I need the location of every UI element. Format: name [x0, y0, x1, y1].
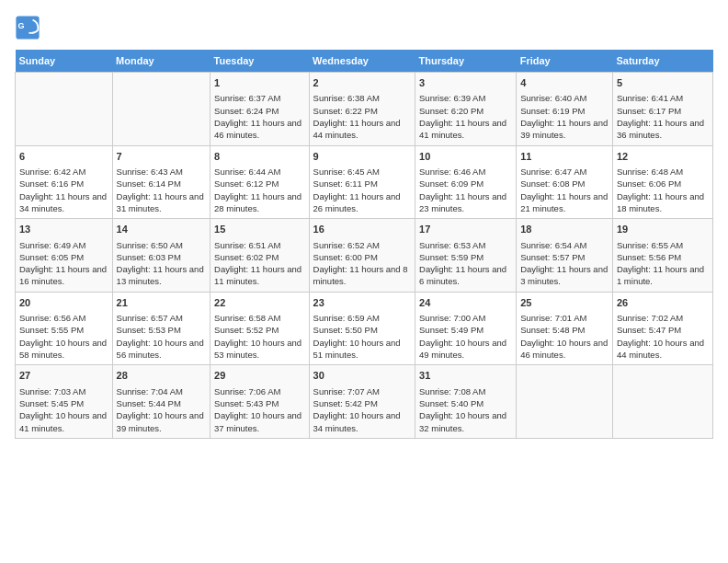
cell-info: Sunrise: 6:38 AM Sunset: 6:22 PM Dayligh… — [313, 92, 411, 141]
calendar-cell: 2Sunrise: 6:38 AM Sunset: 6:22 PM Daylig… — [309, 73, 415, 146]
calendar-cell: 20Sunrise: 6:56 AM Sunset: 5:55 PM Dayli… — [16, 292, 113, 365]
cell-info: Sunrise: 6:50 AM Sunset: 6:03 PM Dayligh… — [117, 239, 206, 288]
cell-info: Sunrise: 6:44 AM Sunset: 6:12 PM Dayligh… — [214, 166, 305, 214]
cell-info: Sunrise: 6:59 AM Sunset: 5:50 PM Dayligh… — [313, 312, 411, 361]
cell-info: Sunrise: 6:48 AM Sunset: 6:06 PM Dayligh… — [617, 166, 709, 214]
cell-info: Sunrise: 6:43 AM Sunset: 6:14 PM Dayligh… — [117, 166, 206, 214]
calendar-cell: 21Sunrise: 6:57 AM Sunset: 5:53 PM Dayli… — [112, 292, 210, 365]
day-number: 17 — [419, 223, 512, 236]
cell-info: Sunrise: 6:53 AM Sunset: 5:59 PM Dayligh… — [419, 239, 512, 288]
calendar-week-row: 27Sunrise: 7:03 AM Sunset: 5:45 PM Dayli… — [16, 365, 713, 439]
day-number: 20 — [19, 296, 108, 310]
calendar-cell: 1Sunrise: 6:37 AM Sunset: 6:24 PM Daylig… — [210, 73, 310, 146]
day-number: 19 — [617, 223, 709, 236]
day-number: 9 — [313, 150, 411, 164]
cell-info: Sunrise: 6:42 AM Sunset: 6:16 PM Dayligh… — [19, 166, 108, 214]
day-number: 22 — [214, 296, 305, 310]
column-header-saturday: Saturday — [612, 50, 712, 73]
cell-info: Sunrise: 6:45 AM Sunset: 6:11 PM Dayligh… — [313, 166, 411, 214]
calendar-cell: 4Sunrise: 6:40 AM Sunset: 6:19 PM Daylig… — [517, 73, 613, 146]
day-number: 11 — [520, 150, 609, 164]
calendar-cell — [112, 73, 210, 146]
calendar-cell: 26Sunrise: 7:02 AM Sunset: 5:47 PM Dayli… — [612, 292, 712, 365]
day-number: 5 — [617, 76, 709, 90]
day-number: 10 — [419, 150, 512, 164]
day-number: 8 — [214, 150, 305, 164]
cell-info: Sunrise: 7:00 AM Sunset: 5:49 PM Dayligh… — [419, 312, 512, 361]
cell-info: Sunrise: 6:40 AM Sunset: 6:19 PM Dayligh… — [520, 92, 609, 141]
column-header-friday: Friday — [517, 50, 613, 73]
cell-info: Sunrise: 6:55 AM Sunset: 5:56 PM Dayligh… — [617, 239, 709, 288]
calendar-cell: 29Sunrise: 7:06 AM Sunset: 5:43 PM Dayli… — [210, 365, 310, 439]
calendar-cell: 9Sunrise: 6:45 AM Sunset: 6:11 PM Daylig… — [309, 145, 415, 219]
day-number: 27 — [19, 369, 108, 383]
day-number: 2 — [313, 76, 411, 90]
cell-info: Sunrise: 7:07 AM Sunset: 5:42 PM Dayligh… — [313, 385, 411, 434]
calendar-cell: 8Sunrise: 6:44 AM Sunset: 6:12 PM Daylig… — [210, 145, 310, 219]
calendar-cell: 19Sunrise: 6:55 AM Sunset: 5:56 PM Dayli… — [612, 219, 712, 293]
calendar-cell: 15Sunrise: 6:51 AM Sunset: 6:02 PM Dayli… — [210, 219, 310, 293]
logo-icon: G — [15, 15, 40, 40]
calendar-cell: 17Sunrise: 6:53 AM Sunset: 5:59 PM Dayli… — [415, 219, 517, 293]
calendar-cell: 24Sunrise: 7:00 AM Sunset: 5:49 PM Dayli… — [415, 292, 517, 365]
day-number: 16 — [313, 223, 411, 236]
day-number: 21 — [117, 296, 206, 310]
day-number: 4 — [520, 76, 609, 90]
day-number: 7 — [117, 150, 206, 164]
calendar-cell: 31Sunrise: 7:08 AM Sunset: 5:40 PM Dayli… — [415, 365, 517, 439]
calendar-cell: 3Sunrise: 6:39 AM Sunset: 6:20 PM Daylig… — [415, 73, 517, 146]
calendar-week-row: 6Sunrise: 6:42 AM Sunset: 6:16 PM Daylig… — [16, 145, 713, 219]
calendar-cell: 30Sunrise: 7:07 AM Sunset: 5:42 PM Dayli… — [309, 365, 415, 439]
day-number: 25 — [520, 296, 609, 310]
day-number: 23 — [313, 296, 411, 310]
cell-info: Sunrise: 6:51 AM Sunset: 6:02 PM Dayligh… — [214, 239, 305, 288]
calendar-table: SundayMondayTuesdayWednesdayThursdayFrid… — [15, 50, 713, 439]
calendar-week-row: 13Sunrise: 6:49 AM Sunset: 6:05 PM Dayli… — [16, 219, 713, 293]
cell-info: Sunrise: 6:39 AM Sunset: 6:20 PM Dayligh… — [419, 92, 512, 141]
column-header-sunday: Sunday — [16, 50, 113, 73]
day-number: 3 — [419, 76, 512, 90]
day-number: 18 — [520, 223, 609, 236]
svg-text:G: G — [18, 21, 25, 30]
day-number: 14 — [117, 223, 206, 236]
day-number: 12 — [617, 150, 709, 164]
logo: G — [15, 15, 44, 40]
cell-info: Sunrise: 7:03 AM Sunset: 5:45 PM Dayligh… — [19, 385, 108, 434]
cell-info: Sunrise: 7:04 AM Sunset: 5:44 PM Dayligh… — [117, 385, 206, 434]
calendar-cell: 25Sunrise: 7:01 AM Sunset: 5:48 PM Dayli… — [517, 292, 613, 365]
calendar-cell: 18Sunrise: 6:54 AM Sunset: 5:57 PM Dayli… — [517, 219, 613, 293]
cell-info: Sunrise: 6:49 AM Sunset: 6:05 PM Dayligh… — [19, 239, 108, 288]
calendar-cell: 14Sunrise: 6:50 AM Sunset: 6:03 PM Dayli… — [112, 219, 210, 293]
cell-info: Sunrise: 6:37 AM Sunset: 6:24 PM Dayligh… — [214, 92, 305, 141]
calendar-week-row: 20Sunrise: 6:56 AM Sunset: 5:55 PM Dayli… — [16, 292, 713, 365]
day-number: 15 — [214, 223, 305, 236]
calendar-cell: 12Sunrise: 6:48 AM Sunset: 6:06 PM Dayli… — [612, 145, 712, 219]
day-number: 13 — [19, 223, 108, 236]
cell-info: Sunrise: 6:52 AM Sunset: 6:00 PM Dayligh… — [313, 239, 411, 288]
calendar-cell: 16Sunrise: 6:52 AM Sunset: 6:00 PM Dayli… — [309, 219, 415, 293]
cell-info: Sunrise: 6:58 AM Sunset: 5:52 PM Dayligh… — [214, 312, 305, 361]
page-header: G — [15, 15, 713, 40]
calendar-cell — [16, 73, 113, 146]
cell-info: Sunrise: 6:47 AM Sunset: 6:08 PM Dayligh… — [520, 166, 609, 214]
column-header-tuesday: Tuesday — [210, 50, 310, 73]
cell-info: Sunrise: 6:57 AM Sunset: 5:53 PM Dayligh… — [117, 312, 206, 361]
cell-info: Sunrise: 6:41 AM Sunset: 6:17 PM Dayligh… — [617, 92, 709, 141]
calendar-cell: 28Sunrise: 7:04 AM Sunset: 5:44 PM Dayli… — [112, 365, 210, 439]
calendar-cell: 23Sunrise: 6:59 AM Sunset: 5:50 PM Dayli… — [309, 292, 415, 365]
cell-info: Sunrise: 6:56 AM Sunset: 5:55 PM Dayligh… — [19, 312, 108, 361]
day-number: 24 — [419, 296, 512, 310]
column-header-wednesday: Wednesday — [309, 50, 415, 73]
calendar-header-row: SundayMondayTuesdayWednesdayThursdayFrid… — [16, 50, 713, 73]
calendar-cell: 11Sunrise: 6:47 AM Sunset: 6:08 PM Dayli… — [517, 145, 613, 219]
calendar-week-row: 1Sunrise: 6:37 AM Sunset: 6:24 PM Daylig… — [16, 73, 713, 146]
calendar-cell — [517, 365, 613, 439]
cell-info: Sunrise: 7:08 AM Sunset: 5:40 PM Dayligh… — [419, 385, 512, 434]
cell-info: Sunrise: 6:46 AM Sunset: 6:09 PM Dayligh… — [419, 166, 512, 214]
cell-info: Sunrise: 7:02 AM Sunset: 5:47 PM Dayligh… — [617, 312, 709, 361]
column-header-thursday: Thursday — [415, 50, 517, 73]
day-number: 28 — [117, 369, 206, 383]
day-number: 26 — [617, 296, 709, 310]
calendar-cell: 6Sunrise: 6:42 AM Sunset: 6:16 PM Daylig… — [16, 145, 113, 219]
cell-info: Sunrise: 7:01 AM Sunset: 5:48 PM Dayligh… — [520, 312, 609, 361]
